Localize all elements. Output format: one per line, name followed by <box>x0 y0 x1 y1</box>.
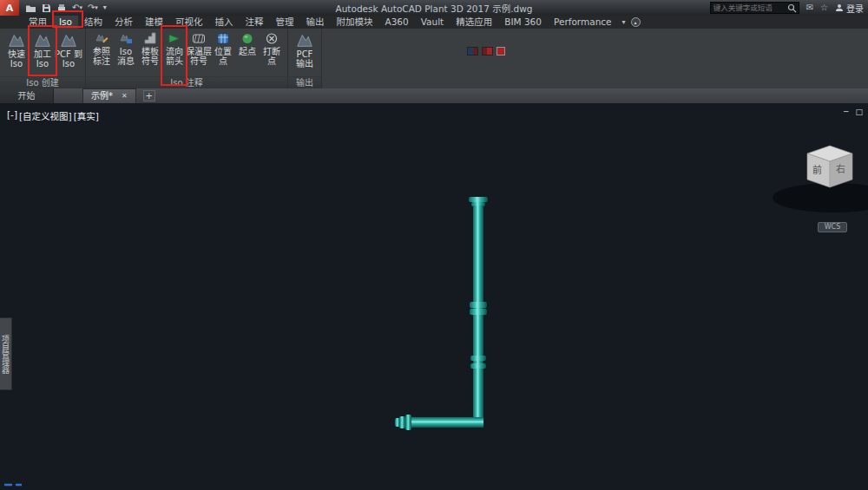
panel-iso-annotate: 参照 标注 Iso 消息 楼板 符号 流向 箭头 <box>86 29 288 88</box>
viewport-view-control[interactable]: [自定义视图] <box>19 109 72 122</box>
qat-menu-icon[interactable]: ▾ <box>103 2 107 14</box>
user-icon <box>835 3 844 12</box>
pcf-to-iso-icon <box>58 30 79 49</box>
ribbon-display-toggle[interactable]: ▴ <box>631 17 641 27</box>
search-icon[interactable] <box>787 3 797 13</box>
ribbon-tab-visualize[interactable]: 可视化 <box>169 16 209 29</box>
project-manager-tab[interactable]: 项目管理器 <box>0 317 12 390</box>
sign-in-button[interactable]: 登录 <box>835 2 864 15</box>
ribbon-tab-a360[interactable]: A360 <box>379 16 415 29</box>
pcf-export-icon <box>294 30 315 49</box>
file-tab-drawing-label: 示例* <box>91 89 113 103</box>
viewport-controls: [-] [自定义视图] [真实] <box>7 109 99 122</box>
ribbon-tab-manage[interactable]: 管理 <box>270 16 300 29</box>
drawing-canvas[interactable]: [-] [自定义视图] [真实] ─ □ 前 右 WCS 项目管理器 <box>0 103 868 490</box>
ucs-icon <box>3 477 26 487</box>
reference-dimension-button[interactable]: 参照 标注 <box>89 29 114 76</box>
undo-icon[interactable]: ↶▾ <box>72 2 82 14</box>
open-file-icon[interactable] <box>25 2 36 14</box>
flow-arrow-button[interactable]: 流向 箭头 <box>162 29 187 76</box>
panel-label-iso-annotate: Iso 注释 <box>86 76 287 88</box>
start-point-button[interactable]: 起点 <box>235 29 260 76</box>
file-tab-start[interactable]: 开始 <box>0 88 54 103</box>
panel-label-iso-create: Iso 创建 <box>0 76 85 88</box>
insulation-symbol-icon <box>192 32 206 45</box>
panel-output: PCF 输出 输出 <box>288 29 322 88</box>
ribbon-tab-addins[interactable]: 附加模块 <box>331 16 379 29</box>
ribbon: 快速 Iso 加工 Iso PCF 到 Iso Iso 创建 <box>0 29 868 88</box>
ribbon-tabs-overflow-icon[interactable]: ▾ <box>622 18 626 26</box>
mail-icon[interactable]: ✉ <box>806 3 813 12</box>
viewport-minimize-icon[interactable]: ─ <box>844 108 848 116</box>
file-tab-close-icon[interactable]: ✕ <box>122 89 128 103</box>
quick-iso-icon <box>6 30 27 49</box>
color-swatches <box>467 47 505 56</box>
ribbon-tab-analysis[interactable]: 分析 <box>108 16 139 29</box>
plot-icon[interactable] <box>56 2 67 14</box>
ribbon-tab-annotate[interactable]: 注释 <box>240 16 270 29</box>
iso-message-button[interactable]: Iso 消息 <box>114 29 138 76</box>
application-window: A ↶▾ ↷▾ ▾ Autodesk AutoCAD Plant 3D 2017… <box>0 0 868 490</box>
infocenter: ✉ ☆ 登录 <box>710 0 864 16</box>
window-title-product: Autodesk AutoCAD Plant 3D 2017 <box>336 3 490 14</box>
insulation-symbol-button[interactable]: 保温层 符号 <box>187 29 211 76</box>
viewport-window-controls: ─ □ <box>844 108 863 116</box>
window-title-filename: 示例.dwg <box>492 3 532 14</box>
ribbon-tab-bar: 常用 Iso 结构 分析 建模 可视化 插入 注释 管理 输出 附加模块 A36… <box>0 16 868 29</box>
panel-iso-create: 快速 Iso 加工 Iso PCF 到 Iso Iso 创建 <box>0 29 86 88</box>
quick-access-toolbar: ↶▾ ↷▾ ▾ <box>25 2 107 14</box>
viewport-restore-icon[interactable]: □ <box>855 108 863 116</box>
file-tab-drawing[interactable]: 示例* ✕ <box>82 88 136 103</box>
ribbon-tab-modeling[interactable]: 建模 <box>139 16 169 29</box>
quick-iso-button[interactable]: 快速 Iso <box>3 29 30 76</box>
wcs-button[interactable]: WCS <box>818 222 847 232</box>
ribbon-tab-bim360[interactable]: BIM 360 <box>498 16 548 29</box>
viewcube-right-face[interactable]: 右 <box>836 163 845 175</box>
redo-dropdown-icon: ▾ <box>95 2 98 14</box>
ribbon-tab-insert[interactable]: 插入 <box>209 16 240 29</box>
panel-label-output: 输出 <box>288 76 321 88</box>
break-point-icon <box>265 32 279 45</box>
save-icon[interactable] <box>42 2 51 14</box>
slab-symbol-button[interactable]: 楼板 符号 <box>138 29 162 76</box>
autocad-logo-icon: A <box>6 3 14 14</box>
machine-iso-icon <box>32 30 53 49</box>
slab-symbol-icon <box>143 32 157 45</box>
viewport-visual-style-control[interactable]: [真实] <box>74 109 99 122</box>
iso-message-icon <box>119 32 133 45</box>
ribbon-tab-output[interactable]: 输出 <box>300 16 331 29</box>
pipe-model <box>382 194 503 446</box>
favorites-icon[interactable]: ☆ <box>820 3 828 12</box>
reference-dimension-icon <box>95 32 108 45</box>
undo-dropdown-icon: ▾ <box>79 2 82 14</box>
machine-iso-button[interactable]: 加工 Iso <box>30 29 56 76</box>
ribbon-tab-structure[interactable]: 结构 <box>78 16 108 29</box>
break-point-button[interactable]: 打断 点 <box>260 29 284 76</box>
color-swatch-2[interactable] <box>482 47 493 56</box>
search-input[interactable] <box>711 3 787 13</box>
ribbon-tab-performance[interactable]: Performance <box>548 16 618 29</box>
location-point-button[interactable]: 位置 点 <box>211 29 235 76</box>
new-tab-button[interactable]: + <box>143 90 155 101</box>
ribbon-tab-vault[interactable]: Vault <box>415 16 450 29</box>
application-menu-button[interactable]: A <box>0 0 19 16</box>
search-box <box>710 2 799 14</box>
viewcube-front-face[interactable]: 前 <box>812 164 822 176</box>
ribbon-tab-iso[interactable]: Iso <box>53 16 78 29</box>
location-point-icon <box>216 32 230 45</box>
pcf-to-iso-button[interactable]: PCF 到 Iso <box>56 29 82 76</box>
redo-icon[interactable]: ↷▾ <box>88 2 98 14</box>
file-tab-bar: 开始 示例* ✕ + <box>0 88 868 103</box>
pcf-export-button[interactable]: PCF 输出 <box>292 29 318 76</box>
ribbon-tab-home[interactable]: 常用 <box>23 16 53 29</box>
viewport-menu-control[interactable]: [-] <box>7 109 17 122</box>
ribbon-tab-featured-apps[interactable]: 精选应用 <box>450 16 498 29</box>
flow-arrow-icon <box>168 32 181 45</box>
color-swatch-3[interactable] <box>496 47 505 56</box>
color-swatch-1[interactable] <box>467 47 478 56</box>
title-bar: A ↶▾ ↷▾ ▾ Autodesk AutoCAD Plant 3D 2017… <box>0 0 868 16</box>
start-point-icon <box>240 32 254 45</box>
viewcube[interactable]: 前 右 <box>795 140 861 193</box>
